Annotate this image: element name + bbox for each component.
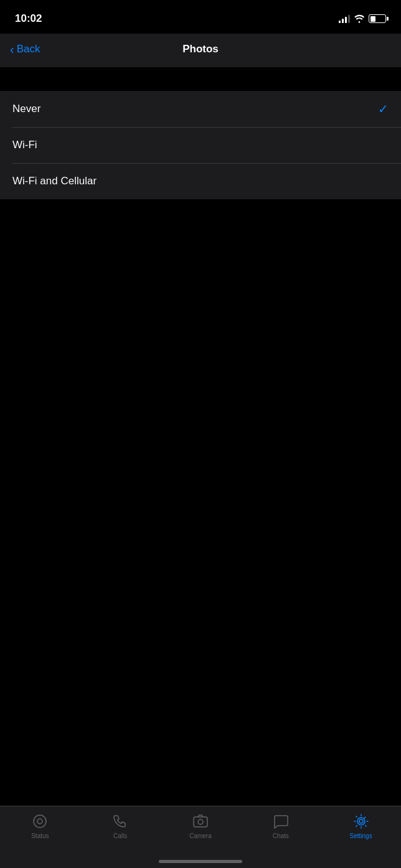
tab-settings[interactable]: Settings [336, 813, 386, 839]
settings-tab-label: Settings [350, 833, 372, 839]
nav-bar: ‹ Back Photos [0, 34, 401, 67]
tab-status[interactable]: Status [15, 813, 65, 839]
camera-tab-icon [192, 813, 209, 830]
back-label: Back [17, 43, 40, 55]
calls-tab-icon [111, 813, 129, 830]
dark-separator [0, 67, 401, 91]
wifi-icon [354, 14, 365, 23]
option-wifi-cellular-label: Wi-Fi and Cellular [12, 175, 97, 187]
back-chevron-icon: ‹ [10, 43, 14, 55]
home-indicator [159, 860, 242, 863]
option-wifi-label: Wi-Fi [12, 139, 37, 151]
chats-tab-label: Chats [273, 833, 289, 839]
battery-icon [369, 14, 386, 23]
option-wifi[interactable]: Wi-Fi [0, 127, 401, 163]
tab-chats[interactable]: Chats [256, 813, 306, 839]
status-icons [339, 14, 386, 23]
calls-tab-label: Calls [113, 833, 127, 839]
tab-bar: Status Calls Camera Chats [0, 806, 401, 868]
options-list: Never ✓ Wi-Fi Wi-Fi and Cellular [0, 91, 401, 199]
svg-point-4 [359, 819, 363, 823]
status-bar: 10:02 [0, 0, 401, 34]
chats-tab-icon [272, 813, 290, 830]
svg-point-3 [198, 819, 203, 824]
option-wifi-cellular[interactable]: Wi-Fi and Cellular [0, 163, 401, 199]
tab-calls[interactable]: Calls [95, 813, 145, 839]
svg-point-0 [34, 815, 46, 828]
checkmark-icon: ✓ [378, 101, 389, 116]
option-never[interactable]: Never ✓ [0, 91, 401, 127]
status-time: 10:02 [15, 12, 42, 25]
tab-camera[interactable]: Camera [176, 813, 225, 839]
camera-tab-label: Camera [189, 833, 212, 839]
svg-rect-2 [194, 817, 207, 827]
status-tab-label: Status [31, 833, 49, 839]
settings-tab-icon [352, 813, 370, 830]
status-tab-icon [31, 813, 49, 830]
signal-icon [339, 14, 350, 23]
back-button[interactable]: ‹ Back [10, 43, 40, 55]
option-never-label: Never [12, 103, 40, 115]
svg-point-5 [357, 818, 365, 825]
svg-point-1 [37, 819, 42, 824]
page-title: Photos [182, 43, 219, 55]
main-content [0, 199, 401, 806]
